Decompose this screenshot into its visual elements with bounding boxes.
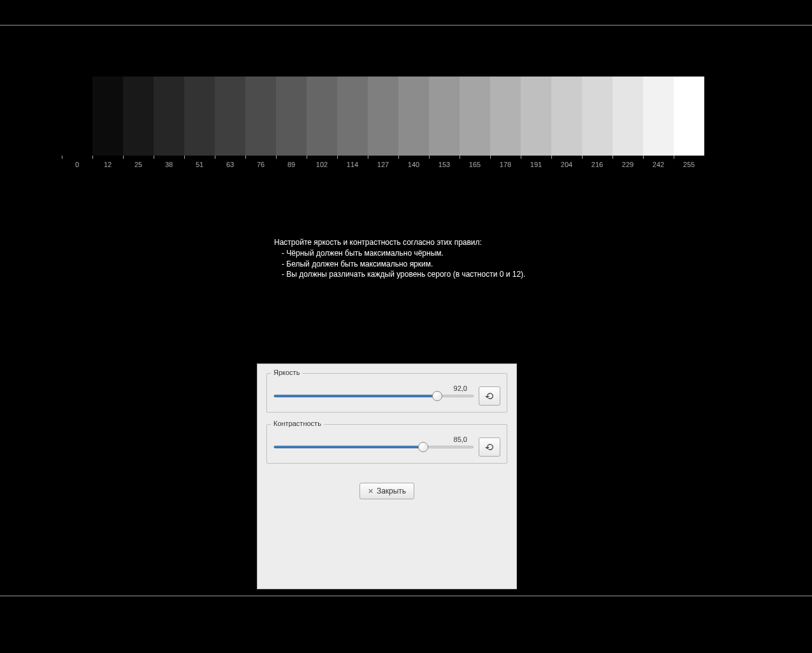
close-button-label: Закрыть <box>377 487 406 495</box>
frame-bottom-line <box>0 596 812 596</box>
gradient-cell <box>276 77 307 156</box>
instruction-rule: - Чёрный должен быть максимально чёрным. <box>282 248 525 259</box>
gradient-tick-label: 12 <box>104 161 112 168</box>
gradient-cell <box>215 77 245 156</box>
instruction-rule: - Вы должны различать каждый уровень сер… <box>282 269 525 280</box>
gradient-tick-label: 51 <box>196 161 203 168</box>
gradient-tick-label: 0 <box>75 161 79 168</box>
gradient-cell <box>307 77 337 156</box>
contrast-group: Контрастность 85,0 <box>266 424 507 464</box>
gradient-cell <box>521 77 551 156</box>
gradient-tick-label: 165 <box>469 161 481 168</box>
gradient-cell <box>613 77 643 156</box>
gradient-cell <box>674 77 704 156</box>
gradient-tick-label: 229 <box>622 161 634 168</box>
gradient-cell <box>154 77 184 156</box>
gradient-cell <box>643 77 674 156</box>
brightness-group: Яркость 92,0 <box>266 373 507 413</box>
contrast-label: Контрастность <box>271 420 324 427</box>
contrast-slider[interactable] <box>273 446 474 448</box>
gradient-tick-label: 102 <box>316 161 328 168</box>
undo-icon <box>484 442 495 452</box>
frame-top-line <box>0 25 812 26</box>
gradient-tick-label: 153 <box>439 161 450 168</box>
instructions-text: Настройте яркость и контрастность соглас… <box>274 237 525 280</box>
contrast-reset-button[interactable] <box>479 437 500 457</box>
brightness-slider[interactable] <box>273 395 474 397</box>
gradient-tick-label: 204 <box>561 161 572 168</box>
gradient-tick-label: 127 <box>377 161 389 168</box>
gradient-tick-label: 89 <box>287 161 295 168</box>
close-icon: ✕ <box>368 487 373 495</box>
gradient-cell <box>368 77 398 156</box>
gradient-cell <box>429 77 460 156</box>
undo-icon <box>484 391 495 401</box>
gradient-cell <box>398 77 429 156</box>
gradient-tick-label: 140 <box>408 161 419 168</box>
gradient-cell <box>123 77 154 156</box>
gradient-tick-label: 25 <box>134 161 142 168</box>
brightness-label: Яркость <box>271 369 302 376</box>
gradient-tick-label: 76 <box>257 161 265 168</box>
gradient-cell <box>92 77 123 156</box>
close-button[interactable]: ✕ Закрыть <box>359 483 414 499</box>
grayscale-gradient-strip <box>62 77 704 156</box>
gradient-cell <box>490 77 521 156</box>
gradient-tick-label: 38 <box>165 161 173 168</box>
brightness-reset-button[interactable] <box>479 386 500 406</box>
gradient-tick-label: 63 <box>226 161 234 168</box>
instructions-heading: Настройте яркость и контрастность соглас… <box>274 237 525 248</box>
gradient-cell <box>245 77 276 156</box>
brightness-contrast-dialog: Яркость 92,0 Контрастность 85,0 <box>257 363 517 589</box>
instruction-rule: - Белый должен быть максимально ярким. <box>282 259 525 270</box>
gradient-cell <box>337 77 368 156</box>
contrast-value: 85,0 <box>454 436 467 443</box>
gradient-cell <box>551 77 582 156</box>
gradient-tick-label: 255 <box>683 161 695 168</box>
brightness-value: 92,0 <box>454 385 467 392</box>
gradient-tick-label: 216 <box>591 161 603 168</box>
gradient-cell <box>184 77 215 156</box>
gradient-tick-label: 114 <box>347 161 358 168</box>
gradient-tick-label: 191 <box>530 161 542 168</box>
gradient-tick-label: 178 <box>500 161 511 168</box>
contrast-slider-thumb[interactable] <box>418 442 428 452</box>
brightness-slider-thumb[interactable] <box>432 391 442 401</box>
gradient-cell <box>62 77 92 156</box>
gradient-cell <box>582 77 613 156</box>
gradient-cell <box>460 77 490 156</box>
gradient-tick-label: 242 <box>653 161 664 168</box>
